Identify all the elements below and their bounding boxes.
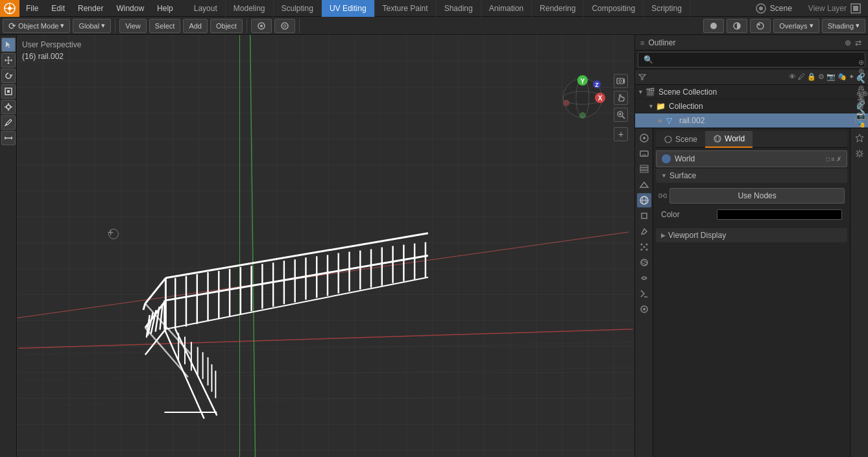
proportional-btn[interactable]: [274, 19, 295, 33]
zoom-icon: [616, 110, 625, 119]
menu-edit[interactable]: Edit: [45, 0, 71, 17]
world-unlink-btn[interactable]: ✗: [836, 156, 841, 163]
rendered-shading-btn[interactable]: [750, 19, 771, 33]
svg-line-29: [19, 393, 633, 406]
world-selector-dropdown[interactable]: World □ ≡ ✗: [656, 150, 847, 167]
navigation-gizmo[interactable]: Y X Z: [560, 75, 605, 121]
tab-sculpting[interactable]: Sculpting: [274, 0, 322, 17]
nodes-icon: [658, 191, 667, 200]
constraints-icon: [639, 273, 649, 283]
cursor-circle: [108, 229, 119, 239]
svg-point-122: [665, 136, 671, 143]
svg-point-121: [643, 308, 645, 311]
annotate-tool-btn[interactable]: [1, 115, 16, 130]
camera-view-btn[interactable]: [614, 74, 628, 88]
physics-props-btn[interactable]: [637, 255, 651, 270]
outliner-icons-label: 👁 🖊 🔒 ⚙ 📷 🎭 ✦ 🔗: [789, 73, 865, 81]
solid-shading-btn[interactable]: [703, 19, 724, 33]
modifier-props-btn[interactable]: [637, 224, 651, 239]
use-nodes-btn[interactable]: Use Nodes: [669, 188, 845, 204]
scene-collection-arrow[interactable]: ▼: [638, 89, 645, 95]
solid-shading-icon: [709, 21, 718, 30]
scene-tab[interactable]: Scene: [656, 131, 705, 148]
3d-viewport[interactable]: User Perspective (16) rail.002 Y X: [17, 35, 634, 457]
viewport-shading-btn[interactable]: Global ▾: [73, 19, 111, 33]
object-props-btn[interactable]: [637, 209, 651, 223]
measure-tool-btn[interactable]: [1, 131, 16, 145]
menu-file[interactable]: File: [19, 0, 45, 17]
world-browse-btn[interactable]: ≡: [831, 156, 835, 163]
material-shading-btn[interactable]: [727, 19, 747, 33]
axis-nav-sphere-svg[interactable]: Y X Z: [560, 75, 605, 121]
outliner-rail-item[interactable]: ▶ ▽ rail.002 | 14 👁 ⚙ 📷 🎭 ✦ 🔗 ✗: [635, 113, 868, 128]
svg-line-32: [165, 233, 428, 278]
tab-rendering[interactable]: Rendering: [532, 0, 584, 17]
world-tab[interactable]: World: [705, 131, 753, 148]
viewport-object-label: (16) rail.002: [22, 52, 64, 61]
grab-tool-btn[interactable]: [1, 53, 16, 67]
constraints-props-btn[interactable]: [637, 271, 651, 285]
zoom-btn[interactable]: [614, 108, 628, 122]
surface-section-header[interactable]: ▼ Surface: [656, 169, 847, 183]
scene-props-btn[interactable]: [637, 178, 651, 192]
view-menu-btn[interactable]: View: [119, 19, 147, 33]
select-tool-btn[interactable]: [1, 38, 16, 52]
blender-logo: [0, 0, 19, 17]
output-props-btn[interactable]: [637, 146, 651, 161]
outliner-scene-collection[interactable]: ▼ 🎬 Scene Collection ⊕ ⊕ 🔧 ⊕ ⊕ 🔗 ⇒ ✗: [635, 85, 868, 99]
overlays-btn[interactable]: Overlays ▾: [773, 19, 819, 33]
scene-label: Scene: [770, 4, 792, 13]
viewport-display-arrow: ▶: [661, 232, 666, 239]
shading-mode-btn[interactable]: Shading ▾: [822, 19, 865, 33]
viewport-display-header[interactable]: ▶ Viewport Display: [656, 228, 847, 242]
menu-window[interactable]: Window: [110, 0, 151, 17]
svg-point-5: [759, 6, 763, 10]
scale-tool-btn[interactable]: [1, 84, 16, 99]
view-layer-props-btn[interactable]: [637, 162, 651, 176]
prop-settings-btn[interactable]: [852, 146, 867, 161]
material-props-btn[interactable]: [637, 302, 651, 316]
outliner-filter-icon2[interactable]: [638, 73, 647, 82]
transform-tool-btn[interactable]: [1, 100, 16, 114]
tab-texture-paint[interactable]: Texture Paint: [375, 0, 437, 17]
tab-uv-editing[interactable]: UV Editing: [322, 0, 375, 17]
world-new-btn[interactable]: □: [826, 156, 830, 163]
prop-pin-btn[interactable]: [852, 131, 867, 145]
rail-arrow[interactable]: ▶: [658, 117, 666, 124]
snap-btn[interactable]: [251, 19, 272, 33]
select-menu-btn[interactable]: Select: [149, 19, 181, 33]
tab-modeling[interactable]: Modeling: [226, 0, 274, 17]
particles-props-btn[interactable]: [637, 240, 651, 254]
view-layer-icon: [639, 164, 649, 174]
outliner-collection[interactable]: ▼ 📁 Collection ⊕⊕ 22 🔧 ⊕⊕: [635, 99, 868, 113]
svg-rect-107: [640, 170, 648, 172]
menu-help[interactable]: Help: [151, 0, 180, 17]
tab-animation[interactable]: Animation: [481, 0, 532, 17]
rotate-tool-btn[interactable]: [1, 69, 16, 83]
data-props-btn[interactable]: [637, 287, 651, 301]
hand-tool-btn[interactable]: [614, 91, 628, 105]
tab-scripting[interactable]: Scripting: [644, 0, 690, 17]
tab-layout[interactable]: Layout: [186, 0, 226, 17]
color-picker-box[interactable]: [717, 209, 842, 220]
svg-rect-94: [617, 78, 623, 84]
collection-arrow[interactable]: ▼: [648, 103, 656, 110]
modifier-icon: [639, 226, 649, 237]
tab-shading[interactable]: Shading: [437, 0, 481, 17]
particles-icon: [639, 242, 649, 252]
proportional-icon: [280, 21, 289, 30]
add-menu-btn[interactable]: Add: [183, 19, 208, 33]
svg-rect-106: [640, 168, 648, 170]
outliner-sync-icon[interactable]: ⇄: [854, 37, 863, 49]
add-object-btn[interactable]: +: [614, 127, 628, 141]
render-props-btn[interactable]: [637, 131, 651, 145]
transform-orientation-btn[interactable]: ⟳ Object Mode ▾: [3, 19, 70, 33]
svg-point-10: [282, 23, 288, 29]
tab-compositing[interactable]: Compositing: [584, 0, 644, 17]
world-props-btn[interactable]: [637, 193, 651, 207]
object-menu-btn[interactable]: Object: [210, 19, 243, 33]
menu-render[interactable]: Render: [71, 0, 110, 17]
svg-point-12: [710, 23, 717, 29]
outliner-filter-icon[interactable]: ⊕: [843, 37, 852, 49]
outliner-search-input[interactable]: [638, 52, 865, 67]
